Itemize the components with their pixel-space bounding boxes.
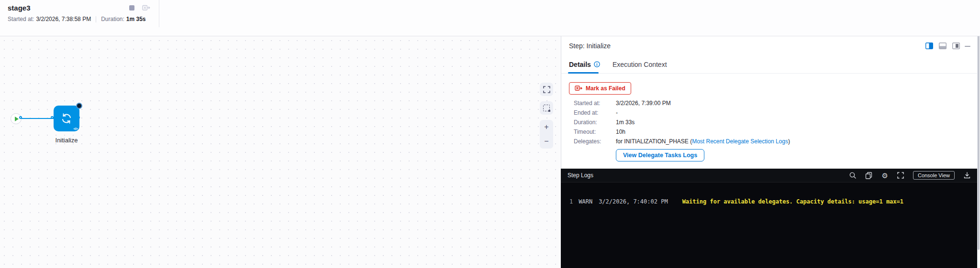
console-view-button[interactable]: Console View xyxy=(913,171,955,180)
abort-icon[interactable] xyxy=(129,5,134,11)
detail-value: 3/2/2026, 7:39:00 PM xyxy=(616,100,790,107)
detail-value: - xyxy=(616,110,790,116)
active-tab-underline xyxy=(568,72,599,74)
layout-bottom-panel-icon[interactable] xyxy=(939,43,947,49)
layout-split-panel-icon[interactable] xyxy=(952,43,960,49)
subtitle-divider xyxy=(96,16,96,22)
pipeline-canvas[interactable]: </> Initialize + − xyxy=(0,36,561,268)
mark-failed-icon xyxy=(575,86,583,91)
detail-label: Started at: xyxy=(574,100,616,107)
copy-icon[interactable] xyxy=(865,172,872,179)
layout-right-panel-icon[interactable] xyxy=(925,43,933,49)
stage-subtitle: Started at: 3/2/2026, 7:38:58 PM Duratio… xyxy=(8,16,146,22)
sync-running-icon xyxy=(59,111,74,126)
stage-header: stage3 Started at: 3/2/2026, 7:38:58 PM … xyxy=(0,0,980,36)
step-logs-actions: ⚙ Console View xyxy=(849,171,970,180)
step-logs-header: Step Logs ⚙ Console View xyxy=(561,169,977,182)
collapse-panel-icon[interactable] xyxy=(965,46,970,47)
edge-connector xyxy=(22,118,54,119)
page-scrollbar-track[interactable] xyxy=(977,0,980,268)
delegates-value: for INITIALIZATION_PHASE (Most Recent De… xyxy=(616,139,790,145)
step-logs-title: Step Logs xyxy=(568,172,593,179)
mark-as-failed-button[interactable]: Mark as Failed xyxy=(569,82,631,95)
step-logs-console: Step Logs ⚙ Console View 1 WARN 3/2/2026… xyxy=(561,169,977,268)
detail-value: 10h xyxy=(616,129,790,135)
stage-action-icons xyxy=(129,5,151,11)
started-at-value: 3/2/2026, 7:38:58 PM xyxy=(36,16,91,22)
step-status-badge xyxy=(76,103,82,109)
fullscreen-icon[interactable] xyxy=(897,172,904,179)
marquee-select-button[interactable] xyxy=(540,101,553,115)
detail-label: Duration: xyxy=(574,119,616,126)
zoom-in-button[interactable]: + xyxy=(540,120,553,134)
settings-gear-icon[interactable]: ⚙ xyxy=(881,172,888,179)
step-node-initialize[interactable]: </> xyxy=(54,106,79,131)
view-delegate-tasks-logs-button[interactable]: View Delegate Tasks Logs xyxy=(616,149,704,161)
log-line[interactable]: 1 WARN 3/2/2026, 7:40:02 PM Waiting for … xyxy=(561,198,977,205)
duration-label: Duration: xyxy=(101,16,124,22)
detail-label: Delegates: xyxy=(574,139,616,145)
detail-label: Timeout: xyxy=(574,129,616,135)
code-icon: </> xyxy=(73,127,78,130)
mark-as-failed-label: Mark as Failed xyxy=(586,85,625,92)
info-icon[interactable] xyxy=(594,61,600,67)
step-node-label: Initialize xyxy=(40,137,93,144)
log-message: Waiting for available delegates. Capacit… xyxy=(682,198,903,205)
step-panel-tabs: Details Execution Context xyxy=(561,55,977,74)
panel-layout-toggles xyxy=(925,43,960,49)
tab-details[interactable]: Details xyxy=(569,61,600,68)
play-icon xyxy=(15,117,19,121)
marquee-icon xyxy=(543,105,550,111)
page-scrollbar-thumb[interactable] xyxy=(978,0,980,250)
fullscreen-icon xyxy=(543,86,550,93)
delegates-suffix: ) xyxy=(788,138,790,145)
step-panel-title: Step: Initialize xyxy=(569,42,611,50)
duration-value: 1m 35s xyxy=(126,16,146,22)
delegates-prefix: for INITIALIZATION_PHASE ( xyxy=(616,138,692,145)
delegate-selection-logs-link[interactable]: Most Recent Delegate Selection Logs xyxy=(692,138,788,145)
log-line-number: 1 xyxy=(569,198,573,205)
mark-failed-disabled-icon[interactable] xyxy=(142,5,151,11)
log-timestamp: 3/2/2026, 7:40:02 PM xyxy=(599,198,668,205)
fit-to-screen-button[interactable] xyxy=(540,83,553,96)
log-level: WARN xyxy=(579,198,592,205)
step-details-list: Started at: 3/2/2026, 7:39:00 PM Ended a… xyxy=(574,100,790,145)
download-icon[interactable] xyxy=(964,172,970,179)
tab-execution-context-label: Execution Context xyxy=(612,61,667,68)
zoom-out-button[interactable]: − xyxy=(540,134,553,149)
edge-port-start xyxy=(19,116,22,119)
tab-execution-context[interactable]: Execution Context xyxy=(612,61,667,68)
search-icon[interactable] xyxy=(849,172,856,179)
detail-label: Ended at: xyxy=(574,110,616,116)
tab-details-label: Details xyxy=(569,61,591,68)
stage-title: stage3 xyxy=(8,4,31,12)
zoom-controls: + − xyxy=(540,120,553,149)
detail-value: 1m 33s xyxy=(616,119,790,126)
started-at-label: Started at: xyxy=(8,16,34,22)
header-divider xyxy=(159,0,159,27)
